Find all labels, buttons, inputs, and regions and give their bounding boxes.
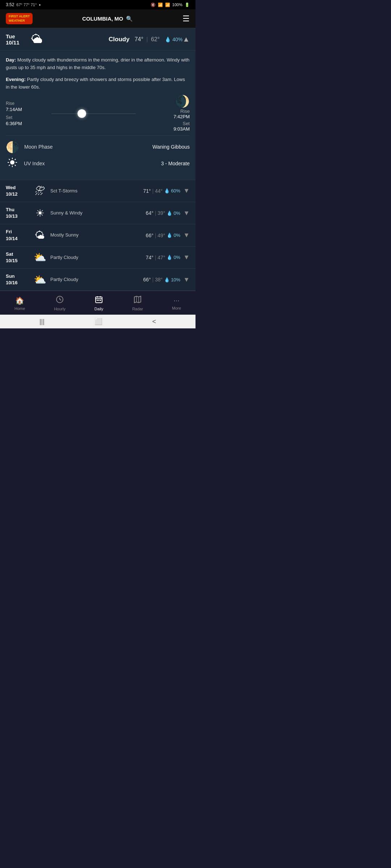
location-text: COLUMBIA, MO: [82, 16, 123, 22]
status-weather: 67° 77° 71°: [16, 3, 37, 7]
header-location[interactable]: COLUMBIA, MO 🔍: [82, 16, 133, 22]
forecast-condition: Partly Cloudy: [50, 254, 146, 261]
uv-index-row: UV Index 3 - Moderate: [6, 157, 190, 170]
forecast-high: 66°: [146, 233, 154, 238]
svg-rect-17: [98, 300, 100, 301]
current-temps: 74° | 62°: [135, 36, 160, 43]
expand-arrow[interactable]: ▼: [183, 231, 190, 239]
moonrise-label: Rise: [180, 109, 190, 114]
moon-phase-icon: 🌗: [6, 141, 19, 153]
forecast-row[interactable]: Fri 10/14 🌤 Mostly Sunny 66° | 49° 💧 0% …: [0, 224, 196, 246]
svg-line-5: [9, 159, 10, 160]
moonset-label: Set: [182, 121, 190, 126]
forecast-date: Sat 10/15: [6, 251, 29, 264]
hourly-icon: [56, 295, 64, 305]
uv-label: UV Index: [24, 161, 161, 166]
nav-daily[interactable]: Daily: [92, 294, 106, 312]
forecast-row[interactable]: Sat 10/15 ⛅ Partly Cloudy 74° | 47° 💧 0%…: [0, 247, 196, 269]
current-day-row[interactable]: Tue 10/11 🌥 Cloudy 74° | 62° 💧 40% ▲: [0, 28, 196, 51]
forecast-date: Sun 10/16: [6, 273, 29, 286]
forecast-condition: Sct T-Storms: [50, 188, 143, 194]
sun-track-line: [51, 114, 135, 114]
forecast-high: 71°: [143, 188, 151, 194]
svg-line-6: [15, 165, 16, 166]
set-label: Set: [6, 115, 48, 120]
moon-column: 🌒 Rise 7:42PM Set 9:03AM: [139, 95, 190, 132]
signal-icon: 📶: [165, 3, 170, 7]
forecast-high: 74°: [146, 255, 154, 260]
evening-description: Evening: Partly cloudy and breezy with s…: [6, 76, 190, 91]
evening-desc-text: Partly cloudy and breezy with showers an…: [6, 77, 185, 90]
forecast-temps: 64° | 39°: [146, 210, 165, 216]
uv-value: 3 - Moderate: [161, 161, 190, 166]
logo-line2: WEATHER: [9, 19, 30, 23]
forecast-low: 38°: [155, 277, 163, 282]
sunset-time: 6:36PM: [6, 121, 48, 126]
nav-hourly[interactable]: Hourly: [51, 294, 68, 312]
forecast-precip: 💧 0%: [167, 210, 180, 216]
forecast-high: 66°: [143, 277, 151, 282]
mute-icon: 🔇: [151, 3, 156, 7]
forecast-weather-icon: ☀: [33, 207, 47, 219]
more-icon: ···: [173, 296, 180, 305]
forecast-condition: Sunny & Windy: [50, 210, 146, 216]
svg-marker-19: [134, 296, 141, 303]
forecast-low: 39°: [157, 210, 165, 216]
expand-arrow[interactable]: ▼: [183, 187, 190, 195]
forecast-condition: Mostly Sunny: [50, 232, 146, 238]
logo-line1: FIRST ALERT: [9, 14, 30, 19]
forecast-precip: 💧 10%: [164, 277, 180, 282]
rain-icon: 💧: [164, 277, 170, 282]
moon-icon: 🌒: [175, 95, 190, 107]
forecast-temps: 66° | 38°: [143, 277, 163, 282]
radar-icon: [134, 295, 142, 305]
forecast-high: 64°: [146, 210, 154, 216]
sunrise-time: 7:14AM: [6, 107, 48, 112]
recent-apps-button[interactable]: |||: [39, 318, 45, 326]
forecast-list: Wed 10/12 ⛈ Sct T-Storms 71° | 44° 💧 60%…: [0, 180, 196, 291]
current-day-info: Cloudy 74° | 62° 💧 40%: [46, 36, 182, 43]
battery-percent: 100%: [172, 3, 182, 7]
nav-hourly-label: Hourly: [54, 307, 66, 311]
day-description: Day: Mostly cloudy with thunderstorms in…: [6, 56, 190, 72]
home-button[interactable]: ⬜: [94, 318, 102, 326]
sun-circle: [77, 109, 86, 118]
rain-icon: 💧: [167, 255, 172, 260]
expand-arrow[interactable]: ▼: [183, 254, 190, 261]
nav-daily-label: Daily: [94, 307, 103, 311]
rain-icon: 💧: [164, 188, 170, 193]
moonset-time: 9:03AM: [173, 126, 190, 132]
system-nav-bar: ||| ⬜ <: [0, 315, 196, 328]
rain-drop-icon: 💧: [165, 37, 171, 42]
forecast-row[interactable]: Sun 10/16 ⛅ Partly Cloudy 66° | 38° 💧 10…: [0, 269, 196, 291]
back-button[interactable]: <: [152, 318, 156, 326]
sun-moon-row: Rise 7:14AM Set 6:36PM 🌒 Rise 7:42PM Set…: [6, 95, 190, 136]
forecast-low: 47°: [157, 255, 165, 260]
forecast-temps: 71° | 44°: [143, 188, 163, 194]
nav-home[interactable]: 🏠 Home: [12, 295, 28, 312]
menu-button[interactable]: ☰: [182, 14, 190, 24]
search-icon[interactable]: 🔍: [126, 16, 133, 22]
forecast-row[interactable]: Wed 10/12 ⛈ Sct T-Storms 71° | 44° 💧 60%…: [0, 180, 196, 202]
forecast-precip: 💧 60%: [164, 188, 180, 193]
bottom-navigation: 🏠 Home Hourly Daily: [0, 291, 196, 315]
nav-radar[interactable]: Radar: [129, 294, 146, 312]
current-weather-icon: 🌥: [31, 33, 43, 46]
forecast-low: 49°: [157, 233, 165, 238]
svg-rect-18: [100, 300, 101, 301]
status-time: 3:52: [6, 2, 14, 7]
rain-icon: 💧: [167, 233, 172, 238]
current-low: 62°: [151, 36, 160, 42]
home-icon: 🏠: [15, 296, 24, 305]
expand-button[interactable]: ▲: [182, 35, 190, 43]
nav-more[interactable]: ··· More: [169, 295, 184, 312]
forecast-weather-icon: ⛅: [33, 251, 47, 263]
svg-line-7: [15, 159, 16, 160]
daily-icon: [95, 295, 103, 305]
forecast-weather-icon: ⛈: [33, 185, 47, 197]
forecast-row[interactable]: Thu 10/13 ☀ Sunny & Windy 64° | 39° 💧 0%…: [0, 202, 196, 224]
expand-arrow[interactable]: ▼: [183, 209, 190, 217]
expand-arrow[interactable]: ▼: [183, 276, 190, 284]
current-day-label: Tue: [6, 33, 28, 39]
rain-icon: 💧: [167, 210, 172, 216]
